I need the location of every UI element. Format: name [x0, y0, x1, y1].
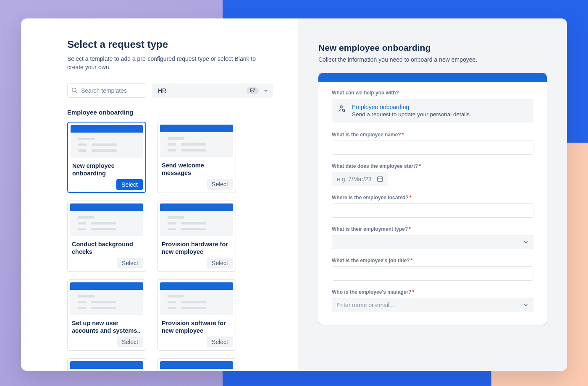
card-title: Set up new user accounts and systems.. — [72, 319, 142, 335]
template-card[interactable]: Conduct background checksSelect — [67, 201, 146, 272]
card-title: Provision software for new employee — [162, 319, 231, 335]
info-box-title: Employee onboarding — [352, 104, 470, 110]
chevron-down-icon — [523, 239, 529, 245]
page-subtitle: Select a template to add a pre-configure… — [67, 55, 269, 72]
start-date-placeholder: e.g. 7/Mar/23 — [337, 176, 372, 183]
category-count-badge: 57 — [247, 87, 259, 94]
search-input[interactable] — [67, 83, 146, 98]
employment-type-select[interactable] — [332, 235, 533, 249]
card-thumb — [160, 203, 233, 236]
select-button[interactable]: Select — [117, 258, 143, 269]
template-card[interactable] — [157, 358, 236, 371]
help-info-box[interactable]: Employee onboarding Send a request to up… — [332, 99, 533, 123]
preview-subtitle: Collect the information you need to onbo… — [318, 56, 547, 63]
location-input[interactable] — [332, 203, 533, 218]
card-thumb — [160, 282, 233, 315]
template-card[interactable]: Send welcome messagesSelect — [157, 122, 236, 193]
card-title: New employee onboarding — [72, 162, 141, 178]
page-title: Select a request type — [67, 39, 273, 50]
job-title-label: What is the employee's job title?* — [332, 258, 533, 263]
category-select[interactable]: HR 57 — [152, 83, 273, 98]
employee-name-label: What is the employee name?* — [332, 132, 533, 138]
template-card[interactable]: Provision hardware for new employeeSelec… — [157, 201, 236, 272]
card-title: Send welcome messages — [162, 162, 231, 177]
manager-placeholder: Enter name or email... — [336, 302, 394, 308]
employee-name-input[interactable] — [332, 141, 533, 155]
chevron-down-icon — [263, 88, 269, 94]
location-label: Where is the employee located?* — [332, 195, 533, 201]
help-question-label: What can we help you with? — [332, 90, 533, 96]
job-title-input[interactable] — [332, 266, 533, 281]
left-pane: Select a request type Select a template … — [21, 18, 298, 371]
select-button[interactable]: Select — [207, 336, 233, 347]
template-card[interactable] — [67, 358, 146, 371]
search-field — [67, 83, 146, 98]
person-search-icon — [338, 104, 346, 117]
select-button[interactable]: Select — [207, 179, 233, 190]
select-button[interactable]: Select — [116, 179, 143, 190]
start-date-input[interactable]: e.g. 7/Mar/23 — [332, 172, 388, 186]
select-button[interactable]: Select — [207, 258, 233, 269]
preview-title: New employee onboarding — [318, 43, 547, 53]
svg-point-0 — [72, 88, 76, 91]
search-icon — [71, 87, 78, 95]
manager-label: Who is the employee's manager?* — [332, 289, 533, 295]
svg-point-3 — [342, 109, 344, 111]
card-thumb — [70, 282, 143, 315]
template-card[interactable]: New employee onboardingSelect — [67, 122, 146, 193]
card-title: Provision hardware for new employee — [162, 240, 231, 256]
start-date-label: What date does the employee start?* — [332, 163, 533, 169]
section-heading: Employee onboarding — [67, 109, 273, 116]
select-button[interactable]: Select — [117, 336, 143, 347]
manager-select[interactable]: Enter name or email... — [332, 298, 533, 312]
form-card-accent — [318, 73, 547, 82]
card-title: Conduct background checks — [72, 240, 142, 256]
template-cards-grid: New employee onboardingSelectSend welcom… — [67, 122, 273, 371]
card-thumb — [160, 125, 233, 157]
svg-point-2 — [340, 106, 342, 108]
right-pane: New employee onboarding Collect the info… — [298, 18, 567, 371]
controls-row: HR 57 — [67, 83, 273, 98]
employment-type-label: What is their employment type?* — [332, 226, 533, 232]
card-thumb — [70, 203, 143, 236]
chevron-down-icon — [523, 302, 529, 308]
svg-line-1 — [76, 91, 77, 93]
svg-line-4 — [344, 111, 346, 112]
svg-rect-5 — [378, 177, 383, 181]
card-thumb — [71, 125, 143, 158]
form-preview-card: What can we help you with? Employee onbo… — [318, 73, 547, 325]
template-card[interactable]: Provision software for new employeeSelec… — [157, 279, 236, 351]
template-card[interactable]: Set up new user accounts and systems..Se… — [67, 279, 146, 351]
dialog: Select a request type Select a template … — [21, 18, 567, 371]
info-box-desc: Send a request to update your personal d… — [352, 111, 470, 117]
category-label: HR — [158, 87, 166, 94]
calendar-icon — [377, 175, 383, 183]
